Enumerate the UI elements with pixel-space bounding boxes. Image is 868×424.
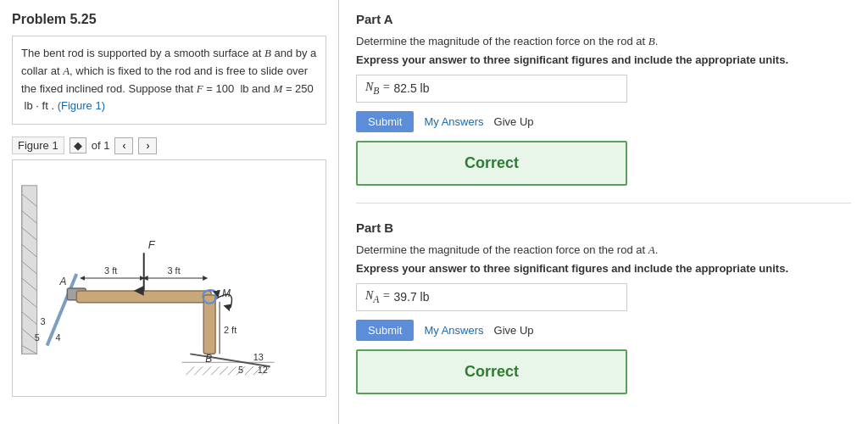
svg-text:5: 5 (238, 365, 243, 375)
part-a-title: Part A (356, 12, 851, 26)
next-button[interactable]: › (138, 137, 157, 154)
part-a-correct-box: Correct (356, 141, 627, 186)
svg-line-36 (228, 366, 236, 375)
figure-area: 3 5 4 A 3 ft 3 ft (12, 159, 326, 397)
svg-line-32 (194, 366, 203, 375)
part-a-answer-box: NB = 82.5 lb (356, 75, 627, 103)
part-a-action-row: Submit My Answers Give Up (356, 111, 851, 132)
svg-text:3 ft: 3 ft (168, 265, 181, 276)
part-a-answer-label: NB = (365, 81, 390, 97)
figure-of: of 1 (92, 139, 110, 152)
part-a-instruction: Determine the magnitude of the reaction … (356, 35, 851, 48)
part-a-give-up[interactable]: Give Up (494, 115, 534, 128)
part-a-answer-value: 82.5 lb (393, 81, 429, 95)
svg-rect-18 (76, 291, 211, 303)
prev-button[interactable]: ‹ (114, 137, 133, 154)
svg-text:12: 12 (258, 365, 268, 375)
part-b-submit-button[interactable]: Submit (356, 320, 414, 341)
svg-text:B: B (205, 353, 212, 365)
svg-text:3 ft: 3 ft (104, 265, 117, 276)
svg-text:M: M (222, 287, 231, 299)
svg-text:5: 5 (35, 333, 40, 343)
part-a-section: Part A Determine the magnitude of the re… (356, 12, 851, 204)
figure-link[interactable]: (Figure 1) (58, 99, 105, 112)
part-b-answer-value: 39.7 lb (393, 290, 429, 304)
part-b-give-up[interactable]: Give Up (494, 324, 534, 337)
part-b-correct-box: Correct (356, 349, 627, 394)
svg-text:3: 3 (41, 316, 46, 326)
svg-line-35 (220, 366, 228, 375)
figure-label: Figure 1 (12, 137, 64, 154)
left-panel: Problem 5.25 The bent rod is supported b… (0, 0, 339, 424)
svg-text:A: A (58, 276, 66, 287)
svg-text:2 ft: 2 ft (224, 325, 236, 335)
svg-rect-0 (22, 186, 37, 354)
svg-line-34 (211, 366, 220, 375)
part-b-answer-label: NA = (365, 289, 390, 305)
part-b-title: Part B (356, 220, 851, 235)
figure-select[interactable]: ◆ (70, 137, 86, 153)
part-b-action-row: Submit My Answers Give Up (356, 320, 851, 341)
svg-text:13: 13 (253, 352, 264, 362)
part-a-instruction-bold: Express your answer to three significant… (356, 53, 851, 66)
part-a-my-answers-link[interactable]: My Answers (424, 115, 483, 128)
svg-line-33 (203, 366, 211, 375)
figure-svg: 3 5 4 A 3 ft 3 ft (13, 160, 326, 396)
part-b-instruction-bold: Express your answer to three significant… (356, 262, 851, 275)
part-a-submit-button[interactable]: Submit (356, 111, 414, 132)
svg-line-31 (186, 366, 194, 375)
problem-description: The bent rod is supported by a smooth su… (12, 36, 326, 125)
svg-text:F: F (148, 238, 156, 251)
problem-title: Problem 5.25 (12, 12, 326, 27)
figure-controls: Figure 1 ◆ of 1 ‹ › (12, 137, 326, 154)
right-panel: Part A Determine the magnitude of the re… (339, 0, 868, 424)
part-b-section: Part B Determine the magnitude of the re… (356, 220, 851, 411)
svg-line-38 (245, 366, 253, 375)
part-b-my-answers-link[interactable]: My Answers (424, 324, 483, 337)
part-b-instruction: Determine the magnitude of the reaction … (356, 243, 851, 257)
svg-text:4: 4 (55, 333, 60, 343)
part-b-answer-box: NA = 39.7 lb (356, 283, 627, 311)
